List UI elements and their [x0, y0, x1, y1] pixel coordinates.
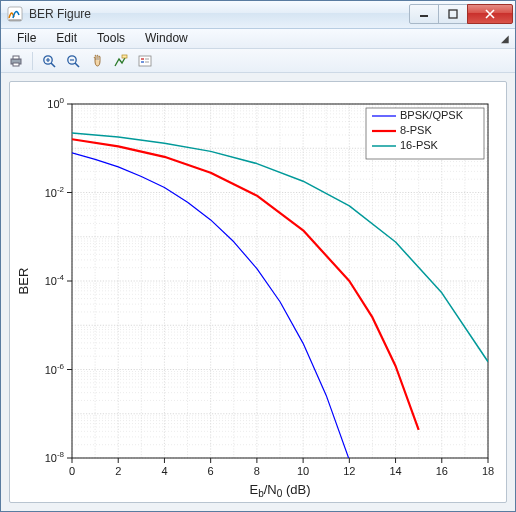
svg-text:4: 4 — [161, 465, 167, 477]
app-icon — [7, 6, 23, 22]
svg-text:6: 6 — [208, 465, 214, 477]
svg-text:8: 8 — [254, 465, 260, 477]
titlebar[interactable]: BER Figure — [1, 1, 515, 29]
pan-icon[interactable] — [86, 50, 108, 72]
maximize-button[interactable] — [438, 4, 468, 24]
svg-text:0: 0 — [69, 465, 75, 477]
toolbar — [1, 49, 515, 73]
menu-window[interactable]: Window — [135, 29, 198, 47]
svg-text:100: 100 — [47, 96, 64, 110]
menu-overflow-icon[interactable]: ◢ — [501, 33, 509, 44]
svg-text:10-6: 10-6 — [45, 362, 65, 376]
svg-text:16: 16 — [436, 465, 448, 477]
menu-tools[interactable]: Tools — [87, 29, 135, 47]
svg-text:10-2: 10-2 — [45, 185, 65, 199]
legend-entry-1: 8-PSK — [400, 124, 432, 136]
svg-text:2: 2 — [115, 465, 121, 477]
menu-edit[interactable]: Edit — [46, 29, 87, 47]
svg-text:BER: BER — [16, 268, 31, 295]
svg-text:12: 12 — [343, 465, 355, 477]
zoom-out-icon[interactable] — [62, 50, 84, 72]
close-button[interactable] — [467, 4, 513, 24]
minimize-button[interactable] — [409, 4, 439, 24]
svg-rect-1 — [420, 15, 428, 17]
svg-rect-9 — [139, 56, 151, 66]
menubar: File Edit Tools Window ◢ — [1, 29, 515, 49]
svg-rect-4 — [13, 56, 19, 59]
legend-entry-2: 16-PSK — [400, 139, 439, 151]
data-cursor-icon[interactable] — [110, 50, 132, 72]
legend-icon[interactable] — [134, 50, 156, 72]
svg-text:18: 18 — [482, 465, 494, 477]
svg-text:14: 14 — [389, 465, 401, 477]
svg-rect-5 — [13, 63, 19, 66]
axes-panel[interactable]: 02468101214161810010-210-410-610-8Eb/N0 … — [9, 81, 507, 503]
menu-file[interactable]: File — [7, 29, 46, 47]
print-icon[interactable] — [5, 50, 27, 72]
window-title: BER Figure — [29, 7, 91, 21]
svg-text:10-4: 10-4 — [45, 273, 65, 287]
legend-entry-0: BPSK/QPSK — [400, 109, 464, 121]
svg-text:Eb/N0 (dB): Eb/N0 (dB) — [250, 482, 311, 499]
series-8-psk — [72, 139, 419, 430]
svg-text:10: 10 — [297, 465, 309, 477]
ber-chart[interactable]: 02468101214161810010-210-410-610-8Eb/N0 … — [10, 82, 506, 502]
svg-text:10-8: 10-8 — [45, 450, 65, 464]
svg-rect-8 — [122, 55, 127, 58]
figure-content: 02468101214161810010-210-410-610-8Eb/N0 … — [1, 73, 515, 511]
zoom-in-icon[interactable] — [38, 50, 60, 72]
svg-rect-2 — [449, 10, 457, 18]
figure-window: BER Figure File Edit Tools Window ◢ — [0, 0, 516, 512]
